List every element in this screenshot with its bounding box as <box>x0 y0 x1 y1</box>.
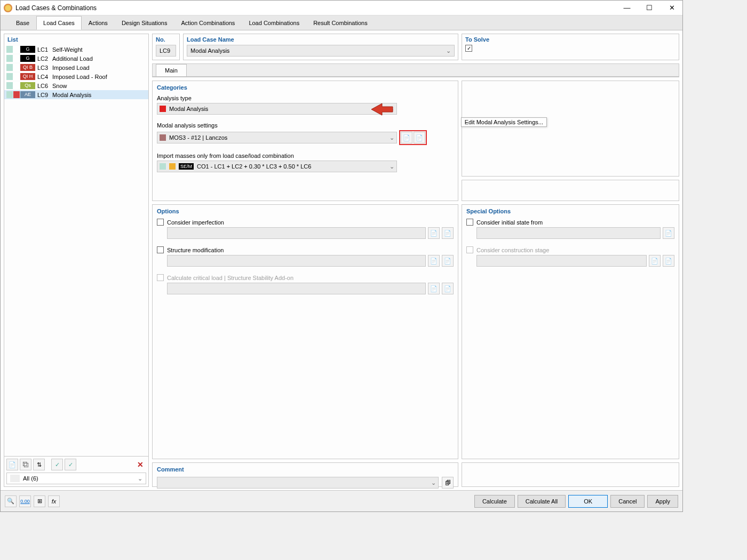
svg-marker-0 <box>371 103 393 115</box>
new-settings-button[interactable]: 📄 <box>401 132 412 143</box>
close-button[interactable]: ✕ <box>664 3 679 13</box>
tab-actions[interactable]: Actions <box>82 16 115 30</box>
comment-attach-icon[interactable]: 🗐 <box>442 477 454 489</box>
new-icon[interactable]: 📄 <box>6 459 18 470</box>
settings-buttons-highlight: 📄 📄 <box>399 130 427 145</box>
units-icon[interactable]: 0.00 <box>19 495 31 507</box>
app-icon <box>4 4 12 12</box>
title-bar: Load Cases & Combinations — ☐ ✕ <box>1 1 682 15</box>
name-box: Load Case Name Modal Analysis⌄ <box>183 34 458 60</box>
list-item[interactable]: GLC2Additional Load <box>4 54 148 63</box>
load-case-name-field[interactable]: Modal Analysis⌄ <box>187 45 455 57</box>
dialog-window: Load Cases & Combinations — ☐ ✕ Base Loa… <box>0 0 683 512</box>
check-icon[interactable]: ✓ <box>51 459 63 470</box>
copy-icon[interactable]: ⿻ <box>20 459 31 470</box>
window-title: Load Cases & Combinations <box>15 4 619 12</box>
delete-icon[interactable]: ✕ <box>134 459 146 470</box>
new-icon[interactable]: 📄 <box>428 255 440 267</box>
tab-load-combinations[interactable]: Load Combinations <box>242 16 306 30</box>
check2-icon[interactable]: ✓ <box>65 459 76 470</box>
structure-mod-input[interactable] <box>167 255 426 267</box>
load-case-list[interactable]: GLC1Self-WeightGLC2Additional LoadQI BLC… <box>4 45 148 456</box>
list-header: List <box>4 34 148 45</box>
list-item[interactable]: QI BLC3Imposed Load <box>4 63 148 72</box>
to-solve-checkbox[interactable]: ✓ <box>465 45 472 52</box>
imperfection-input[interactable] <box>167 227 426 239</box>
list-item[interactable]: AELC9Modal Analysis <box>4 90 148 99</box>
tab-base[interactable]: Base <box>9 16 36 30</box>
preview-panel-top <box>462 81 679 177</box>
chevron-down-icon: ⌄ <box>390 134 394 141</box>
tooltip: Edit Modal Analysis Settings... <box>461 117 547 127</box>
tab-load-cases[interactable]: Load Cases <box>36 16 82 30</box>
edit-settings-button[interactable]: 📄 <box>414 132 425 143</box>
list-item[interactable]: QsLC6Snow <box>4 81 148 90</box>
ok-button[interactable]: OK <box>568 495 608 508</box>
comment-field[interactable]: ⌄ <box>157 477 439 489</box>
main-tab-row: Base Load Cases Actions Design Situation… <box>1 15 682 30</box>
calc-critical-option: Calculate critical load | Structure Stab… <box>157 274 454 281</box>
content-area: List GLC1Self-WeightGLC2Additional LoadQ… <box>1 30 682 490</box>
list-item[interactable]: GLC1Self-Weight <box>4 45 148 54</box>
analysis-type-combo[interactable]: Modal Analysis ⌄ <box>157 103 397 115</box>
no-box: No. LC9 <box>152 34 180 60</box>
edit-icon[interactable]: 📄 <box>442 227 454 239</box>
filter-select[interactable]: All (6) ⌄ <box>6 473 146 484</box>
new-icon[interactable]: 📄 <box>428 227 440 239</box>
bottom-right-panel <box>462 462 679 487</box>
no-field[interactable]: LC9 <box>156 45 176 57</box>
calculate-button[interactable]: Calculate <box>474 495 515 508</box>
list-panel: List GLC1Self-WeightGLC2Additional LoadQ… <box>4 34 149 487</box>
critical-input <box>167 283 426 294</box>
edit-icon: 📄 <box>663 255 674 267</box>
edit-icon: 📄 <box>442 283 454 294</box>
chevron-down-icon: ⌄ <box>390 163 394 170</box>
sort-icon[interactable]: ⇅ <box>33 459 45 470</box>
construction-stage-option: Consider construction stage <box>466 246 674 253</box>
list-item[interactable]: QI HLC4Imposed Load - Roof <box>4 72 148 81</box>
initial-state-input[interactable] <box>476 227 661 239</box>
import-masses-combo[interactable]: SE/M CO1 - LC1 + LC2 + 0.30 * LC3 + 0.50… <box>157 161 397 172</box>
minimize-button[interactable]: — <box>619 3 634 13</box>
button-bar: 🔍 0.00 ⊞ fx Calculate Calculate All OK C… <box>1 490 682 511</box>
chevron-down-icon: ⌄ <box>138 475 142 482</box>
fx-icon[interactable]: fx <box>48 495 60 507</box>
tab-result-combinations[interactable]: Result Combinations <box>306 16 375 30</box>
apply-button[interactable]: Apply <box>647 495 678 508</box>
edit-icon[interactable]: 📄 <box>663 227 674 239</box>
filter-label: All (6) <box>23 475 38 482</box>
tree-icon[interactable]: ⊞ <box>34 495 45 507</box>
edit-icon[interactable]: 📄 <box>442 255 454 267</box>
sub-tab-main[interactable]: Main <box>156 64 187 76</box>
new-icon: 📄 <box>649 255 661 267</box>
tab-action-combinations[interactable]: Action Combinations <box>174 16 242 30</box>
to-solve-box: To Solve ✓ <box>462 34 679 60</box>
structure-modification-option[interactable]: Structure modification <box>157 246 454 253</box>
chevron-down-icon: ⌄ <box>446 47 451 54</box>
consider-imperfection-option[interactable]: Consider imperfection <box>157 219 454 226</box>
pointer-arrow-icon <box>370 102 394 116</box>
tab-design-situations[interactable]: Design Situations <box>115 16 174 30</box>
modal-settings-combo[interactable]: MOS3 - #12 | Lanczos ⌄ <box>157 132 397 143</box>
help-icon[interactable]: 🔍 <box>5 495 17 507</box>
maximize-button[interactable]: ☐ <box>642 3 657 13</box>
preview-panel-mid <box>462 180 679 201</box>
cancel-button[interactable]: Cancel <box>610 495 645 508</box>
new-icon: 📄 <box>428 283 440 294</box>
detail-panel: No. LC9 Load Case Name Modal Analysis⌄ T… <box>152 34 679 487</box>
calculate-all-button[interactable]: Calculate All <box>518 495 566 508</box>
construction-stage-input <box>476 255 647 267</box>
initial-state-option[interactable]: Consider initial state from <box>466 219 674 226</box>
